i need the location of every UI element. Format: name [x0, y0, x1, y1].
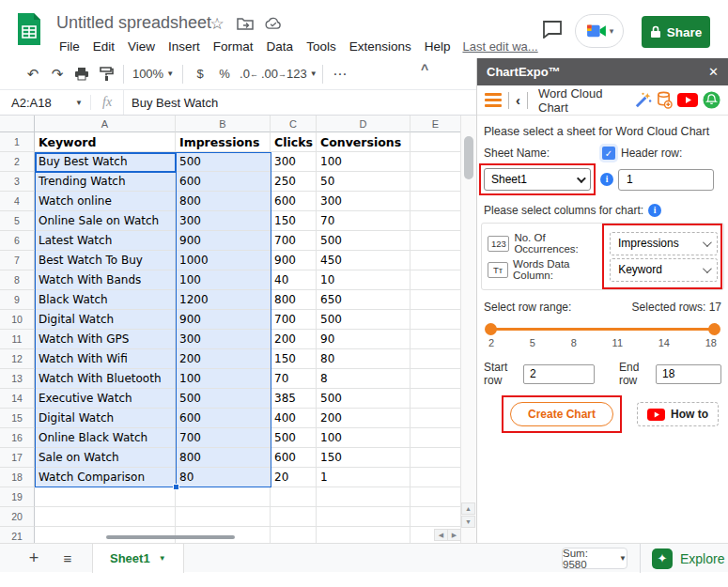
- cell-B20[interactable]: [176, 507, 271, 527]
- cell-E15[interactable]: [410, 409, 461, 428]
- cell-D21[interactable]: [317, 527, 410, 543]
- cell-E19[interactable]: [410, 487, 461, 507]
- scroll-left-button[interactable]: ◀: [434, 529, 448, 541]
- cloud-status-icon[interactable]: [265, 15, 282, 32]
- meet-button[interactable]: ▾: [575, 14, 624, 48]
- sheet-tab[interactable]: Sheet1▼: [92, 544, 184, 573]
- row-header-11[interactable]: 11: [0, 330, 35, 349]
- start-row-input[interactable]: [523, 364, 595, 384]
- cell-B9[interactable]: 1200: [176, 290, 271, 310]
- cell-B14[interactable]: 500: [176, 389, 271, 409]
- paint-format-icon[interactable]: [94, 63, 118, 85]
- comments-icon[interactable]: [542, 20, 563, 42]
- menu-edit[interactable]: Edit: [86, 38, 121, 55]
- create-chart-button[interactable]: Create Chart: [510, 402, 613, 426]
- cell-C14[interactable]: 385: [271, 389, 317, 409]
- cell-A3[interactable]: Trending Watch: [35, 172, 176, 192]
- how-to-button[interactable]: How to: [637, 402, 719, 426]
- cell-B1[interactable]: Impressions: [176, 132, 271, 152]
- cell-B7[interactable]: 1000: [176, 251, 271, 270]
- cell-E10[interactable]: [410, 310, 461, 330]
- document-title[interactable]: Untitled spreadsheet: [56, 13, 211, 33]
- more-toolbar-button[interactable]: ⋯: [328, 63, 352, 85]
- cell-D19[interactable]: [317, 487, 410, 507]
- cell-E3[interactable]: [410, 172, 461, 192]
- cell-E13[interactable]: [410, 369, 461, 389]
- column-header-C[interactable]: C: [271, 116, 317, 132]
- increase-decimal-button[interactable]: .00→: [261, 63, 287, 85]
- cell-A7[interactable]: Best Watch To Buy: [35, 251, 176, 270]
- cell-D5[interactable]: 70: [317, 211, 410, 231]
- cell-A11[interactable]: Watch With GPS: [35, 330, 176, 349]
- column-header-A[interactable]: A: [35, 116, 176, 132]
- cell-B8[interactable]: 100: [176, 270, 271, 290]
- collapse-toolbar-icon[interactable]: ^: [421, 62, 428, 77]
- cell-C19[interactable]: [271, 487, 317, 507]
- hamburger-menu-icon[interactable]: [485, 93, 502, 107]
- format-currency-button[interactable]: $: [188, 63, 212, 85]
- row-range-slider[interactable]: [488, 323, 717, 334]
- row-header-7[interactable]: 7: [0, 251, 35, 270]
- column-header-B[interactable]: B: [176, 116, 271, 132]
- column-header-E[interactable]: E: [410, 116, 461, 132]
- back-icon[interactable]: ‹: [516, 92, 520, 108]
- cell-A9[interactable]: Black Watch: [35, 290, 176, 310]
- cell-A8[interactable]: Watch With Bands: [35, 270, 176, 290]
- row-header-19[interactable]: 19: [0, 487, 35, 507]
- sheet-name-select[interactable]: Sheet1: [484, 168, 591, 191]
- zoom-select[interactable]: 100%▼: [129, 63, 178, 85]
- cell-D18[interactable]: 1: [317, 468, 410, 487]
- cell-D8[interactable]: 10: [317, 270, 410, 290]
- cell-E18[interactable]: [410, 468, 461, 487]
- cell-B11[interactable]: 300: [176, 330, 271, 349]
- cell-B10[interactable]: 900: [176, 310, 271, 330]
- all-sheets-icon[interactable]: ≡: [54, 550, 81, 566]
- info-icon[interactable]: i: [648, 204, 661, 217]
- cell-C11[interactable]: 200: [271, 330, 317, 349]
- cell-D13[interactable]: 8: [317, 369, 410, 389]
- cell-D12[interactable]: 80: [317, 349, 410, 369]
- menu-view[interactable]: View: [121, 38, 162, 55]
- end-row-input[interactable]: [656, 364, 721, 384]
- cell-A10[interactable]: Digital Watch: [35, 310, 176, 330]
- cell-E11[interactable]: [410, 330, 461, 349]
- cell-E20[interactable]: [410, 507, 461, 527]
- scroll-up-button[interactable]: ▲: [461, 502, 475, 515]
- cell-A19[interactable]: [35, 487, 176, 507]
- cell-E2[interactable]: [410, 152, 461, 172]
- decrease-decimal-button[interactable]: .0←: [237, 63, 261, 85]
- sheets-logo-icon[interactable]: [16, 11, 42, 47]
- cell-C8[interactable]: 40: [271, 270, 317, 290]
- print-icon[interactable]: [70, 63, 94, 85]
- cell-C5[interactable]: 150: [271, 211, 317, 231]
- cell-B13[interactable]: 100: [176, 369, 271, 389]
- cell-A15[interactable]: Digital Watch: [35, 409, 176, 428]
- number-format-select[interactable]: 123▼: [287, 63, 318, 85]
- vertical-scrollbar-thumb[interactable]: [464, 136, 473, 179]
- cell-D11[interactable]: 90: [317, 330, 410, 349]
- cell-D15[interactable]: 200: [317, 409, 410, 428]
- row-header-9[interactable]: 9: [0, 290, 35, 310]
- cell-C2[interactable]: 300: [271, 152, 317, 172]
- cell-A6[interactable]: Latest Watch: [35, 231, 176, 251]
- cell-C13[interactable]: 70: [271, 369, 317, 389]
- cell-C10[interactable]: 700: [271, 310, 317, 330]
- row-header-21[interactable]: 21: [0, 527, 35, 543]
- close-panel-icon[interactable]: ✕: [708, 65, 719, 79]
- cell-B15[interactable]: 600: [176, 409, 271, 428]
- cell-D10[interactable]: 500: [317, 310, 410, 330]
- cell-E4[interactable]: [410, 192, 461, 211]
- cell-B4[interactable]: 800: [176, 192, 271, 211]
- row-header-14[interactable]: 14: [0, 389, 35, 409]
- column-header-D[interactable]: D: [317, 116, 410, 132]
- row-header-16[interactable]: 16: [0, 428, 35, 448]
- cell-A2[interactable]: Buy Best Watch: [35, 152, 176, 172]
- cell-B19[interactable]: [176, 487, 271, 507]
- cell-C1[interactable]: Clicks: [271, 132, 317, 152]
- slider-handle-start[interactable]: [485, 323, 497, 335]
- cell-C18[interactable]: 20: [271, 468, 317, 487]
- youtube-icon[interactable]: [677, 93, 698, 107]
- add-sheet-button[interactable]: +: [21, 548, 47, 568]
- menu-help[interactable]: Help: [418, 38, 457, 55]
- menu-format[interactable]: Format: [207, 38, 260, 55]
